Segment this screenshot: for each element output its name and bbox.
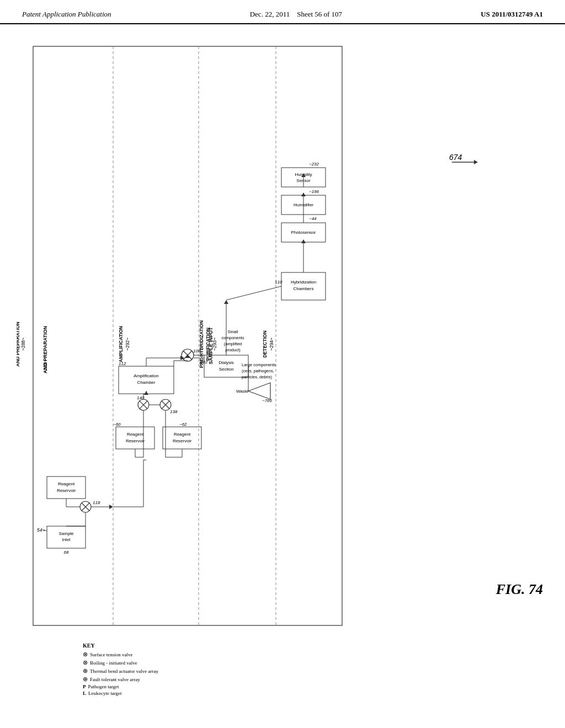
- svg-text:Amplification: Amplification: [134, 373, 158, 378]
- key-section: KEY ⊗ Surface tension valve ⊗ Boiling - …: [83, 643, 158, 697]
- svg-line-100: [226, 286, 281, 300]
- main-content: SAMPLE INPUT AND PREPARATION ~288~ SAMPL…: [0, 24, 565, 719]
- diagram-area: SAMPLE INPUT AND PREPARATION ~288~ SAMPL…: [17, 41, 438, 708]
- header-publication-type: Patent Application Publication: [22, 10, 111, 19]
- svg-marker-115: [301, 192, 306, 196]
- svg-text:~294~: ~294~: [269, 338, 274, 351]
- svg-rect-0: [33, 46, 342, 625]
- svg-text:Large components: Large components: [242, 362, 276, 367]
- svg-text:Hybridization: Hybridization: [291, 280, 316, 285]
- svg-text:Reservoir: Reservoir: [126, 438, 145, 443]
- svg-text:(cells, pathogens,: (cells, pathogens,: [242, 368, 274, 373]
- svg-text:product): product): [225, 347, 241, 352]
- svg-text:138: 138: [170, 409, 178, 414]
- svg-text:~62: ~62: [179, 422, 187, 427]
- figure-label: FIG. 74: [496, 581, 543, 598]
- svg-text:components: components: [222, 335, 244, 340]
- svg-text:68: 68: [64, 550, 69, 555]
- key-item-boiling: ⊗ Boiling - initiated valve: [83, 659, 158, 666]
- svg-text:DETECTION: DETECTION: [262, 330, 268, 357]
- svg-text:~288~: ~288~: [20, 338, 26, 351]
- svg-text:(amplified: (amplified: [224, 341, 242, 346]
- svg-text:118: 118: [93, 500, 100, 505]
- svg-text:682: 682: [200, 360, 208, 365]
- svg-text:PURIFICATION: PURIFICATION: [205, 328, 211, 361]
- svg-text:Reagent: Reagent: [127, 432, 144, 437]
- svg-marker-119: [474, 160, 478, 164]
- sample-inlet-label: Sample: [58, 531, 74, 536]
- svg-marker-88: [224, 300, 228, 304]
- section-amplification-group: AMPLIFICATION ~292~: [118, 326, 130, 362]
- section-label-sample3: ~288~: [42, 359, 48, 373]
- header-patent-number: US 2011/0312749 A1: [481, 10, 543, 19]
- svg-text:674: 674: [449, 153, 462, 162]
- svg-text:Chamber: Chamber: [137, 380, 156, 385]
- svg-text:~292~: ~292~: [125, 338, 130, 351]
- header-date: Dec. 22, 2011: [250, 10, 290, 18]
- key-item-leukocyte: L Leukocyte target: [83, 690, 158, 696]
- header-date-sheet: Dec. 22, 2011 Sheet 56 of 107: [250, 10, 342, 19]
- svg-text:Reservoir: Reservoir: [57, 488, 76, 493]
- svg-text:Section: Section: [219, 367, 234, 372]
- svg-text:Dialysis: Dialysis: [218, 360, 234, 365]
- key-item-thermal-bend: ⊕ Thermal bend actuator valve array: [83, 667, 158, 675]
- ref-674: 674: [449, 151, 493, 175]
- header-sheet: Sheet 56 of 107: [297, 10, 342, 18]
- svg-marker-112: [301, 239, 306, 243]
- key-title: KEY: [83, 643, 158, 649]
- svg-text:Reservoir: Reservoir: [173, 438, 192, 443]
- svg-text:110: 110: [275, 280, 282, 285]
- svg-text:~232: ~232: [309, 162, 319, 167]
- svg-text:~196: ~196: [309, 189, 319, 194]
- svg-rect-35: [163, 427, 201, 449]
- svg-text:AMPLIFICATION: AMPLIFICATION: [118, 326, 124, 362]
- svg-text:Inlet: Inlet: [62, 537, 71, 542]
- svg-rect-31: [116, 427, 154, 449]
- svg-marker-30: [109, 505, 113, 509]
- svg-text:112: 112: [119, 361, 126, 366]
- svg-text:Photosensor: Photosensor: [291, 230, 316, 235]
- svg-text:Chambers: Chambers: [294, 286, 314, 291]
- page-header: Patent Application Publication Dec. 22, …: [0, 0, 565, 24]
- section-sample-group: SAMPLE INPUT AND PREPARATION ~288~: [17, 322, 26, 366]
- key-item-fault-tolerant: ⊕ Fault tolerant valve array: [83, 676, 158, 683]
- svg-text:Reagent: Reagent: [58, 481, 75, 486]
- patent-diagram-svg: SAMPLE INPUT AND PREPARATION ~288~ SAMPL…: [17, 41, 403, 692]
- svg-rect-18: [47, 477, 86, 499]
- svg-text:~293~: ~293~: [212, 338, 217, 351]
- svg-text:AND PREPARATION: AND PREPARATION: [17, 322, 20, 366]
- svg-text:~766: ~766: [262, 398, 273, 403]
- svg-text:particles, debris): particles, debris): [242, 374, 273, 379]
- svg-text:Small: Small: [228, 329, 238, 334]
- label-54: 54~: [37, 527, 45, 533]
- key-item-pathogen: P Pathogen target: [83, 684, 158, 689]
- svg-text:~44: ~44: [309, 216, 317, 221]
- section-detection-group: DETECTION ~294~: [262, 330, 274, 357]
- svg-text:Reagent: Reagent: [174, 432, 191, 437]
- svg-marker-92: [248, 383, 270, 399]
- svg-marker-73: [185, 354, 190, 358]
- svg-text:108: 108: [193, 349, 201, 354]
- right-annotation-area: 674 FIG. 74: [438, 41, 548, 708]
- svg-text:~60: ~60: [113, 422, 121, 427]
- svg-text:Waste: Waste: [236, 389, 249, 394]
- key-item-surface-tension: ⊗ Surface tension valve: [83, 651, 158, 658]
